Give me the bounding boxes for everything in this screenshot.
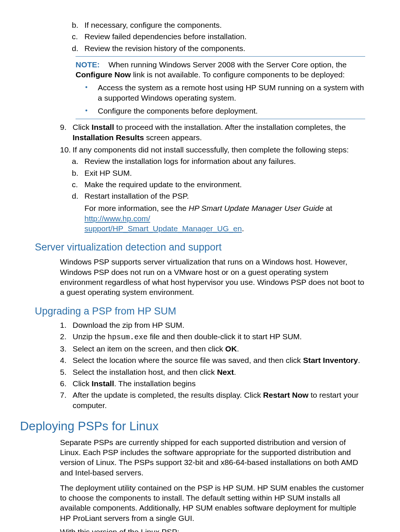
upgrade-step-3: 3. Select an item on the screen, and the…: [60, 344, 365, 354]
upgrade-step-2: 2. Unzip the hpsum.exe file and then dou…: [60, 331, 365, 342]
upgrade-step-1: 1. Download the zip from HP SUM.: [60, 320, 365, 330]
substep-b: b. If necessary, configure the component…: [72, 20, 365, 30]
note-top-rule: [76, 56, 365, 57]
bullet-icon: •: [85, 106, 98, 116]
list-marker: b.: [72, 168, 84, 178]
note-bullet-2: • Configure the components before deploy…: [85, 106, 365, 116]
note-bullet-1: • Access the system as a remote host usi…: [85, 83, 365, 103]
hp-sum-guide-link[interactable]: http://www.hp.com/support/HP_Smart_Updat…: [84, 214, 242, 233]
upgrade-step-7: 7. After the update is completed, the re…: [60, 390, 365, 410]
step10-substep-b: b. Exit HP SUM.: [72, 168, 365, 178]
substep-c: c. Review failed dependencies before ins…: [72, 31, 365, 41]
list-marker: c.: [72, 179, 84, 189]
upgrade-step-6: 6. Click Install. The installation begin…: [60, 378, 365, 388]
substep-text: If necessary, configure the components.: [84, 20, 365, 30]
heading-linux: Deploying PSPs for Linux: [20, 418, 365, 434]
step-marker: 9.: [60, 122, 73, 142]
substep-text: Review the revision history of the compo…: [84, 43, 365, 53]
note-bullet-text: Configure the components before deployme…: [98, 106, 365, 116]
substep-text: Exit HP SUM.: [84, 168, 365, 178]
step-marker: 2.: [60, 331, 73, 342]
note-label: NOTE:: [76, 60, 100, 69]
step-marker: 3.: [60, 344, 73, 354]
list-marker: b.: [72, 20, 84, 30]
step-9-text: Click Install to proceed with the instal…: [73, 122, 365, 142]
list-marker: a.: [72, 156, 84, 166]
step-marker: 1.: [60, 320, 73, 330]
step-text: Select the installation host, and then c…: [73, 367, 365, 377]
upgrade-step-4: 4. Select the location where the source …: [60, 355, 365, 365]
step-9: 9. Click Install to proceed with the ins…: [60, 122, 365, 142]
heading-upgrade: Upgrading a PSP from HP SUM: [35, 305, 365, 318]
step-marker: 10.: [60, 145, 73, 155]
note-lead-2-tail: link is not available. To configure comp…: [133, 70, 345, 79]
step10-more-info: For more information, see the HP Smart U…: [84, 203, 365, 233]
list-marker: c.: [72, 31, 84, 41]
note-body: NOTE: When running Windows Server 2008 w…: [76, 60, 365, 80]
virtualization-paragraph: Windows PSP supports server virtualizati…: [60, 257, 365, 297]
step-text: Unzip the hpsum.exe file and then double…: [73, 331, 365, 342]
step-10: 10. If any components did not install su…: [60, 145, 365, 155]
bullet-icon: •: [85, 83, 98, 103]
list-marker: d.: [72, 191, 84, 201]
step10-substep-d: d. Restart installation of the PSP.: [72, 191, 365, 201]
note-block: NOTE: When running Windows Server 2008 w…: [35, 56, 365, 119]
list-marker: d.: [72, 43, 84, 53]
heading-virtualization: Server virtualization detection and supp…: [35, 241, 365, 254]
note-bullet-text: Access the system as a remote host using…: [98, 83, 365, 103]
linux-paragraph-2: The deployment utility contained on the …: [60, 483, 365, 523]
substep-d: d. Review the revision history of the co…: [72, 43, 365, 53]
step10-substep-c: c. Make the required update to the envir…: [72, 179, 365, 189]
code-hpsum-exe: hpsum.exe: [108, 333, 148, 341]
linux-paragraph-1: Separate PSPs are currently shipped for …: [60, 437, 365, 478]
note-configure-now-2: Now: [114, 70, 131, 79]
upgrade-step-5: 5. Select the installation host, and the…: [60, 367, 365, 377]
substep-text: Restart installation of the PSP.: [84, 191, 365, 201]
step-marker: 7.: [60, 390, 73, 410]
step10-substep-a: a. Review the installation logs for info…: [72, 156, 365, 166]
step-text: Select the location where the source fil…: [73, 355, 365, 365]
linux-paragraph-3: With this version of the Linux PSP:: [60, 527, 365, 532]
substep-text: Make the required update to the environm…: [84, 179, 365, 189]
substep-text: Review the installation logs for informa…: [84, 156, 365, 166]
guide-title: HP Smart Update Manager User Guide: [189, 204, 324, 212]
note-lead-1: When running Windows Server 2008 with th…: [109, 60, 347, 69]
step-text: Click Install. The installation begins: [73, 378, 365, 388]
substep-text: Review failed dependencies before instal…: [84, 31, 365, 41]
step-text: After the update is completed, the resul…: [73, 390, 365, 410]
note-configure-now-1: Configure: [76, 70, 112, 79]
step-marker: 4.: [60, 355, 73, 365]
step-marker: 6.: [60, 378, 73, 388]
step-marker: 5.: [60, 367, 73, 377]
step-10-text: If any components did not install succes…: [73, 145, 365, 155]
step-text: Download the zip from HP SUM.: [73, 320, 365, 330]
note-bottom-rule: [76, 119, 365, 119]
step-text: Select an item on the screen, and then c…: [73, 344, 365, 354]
